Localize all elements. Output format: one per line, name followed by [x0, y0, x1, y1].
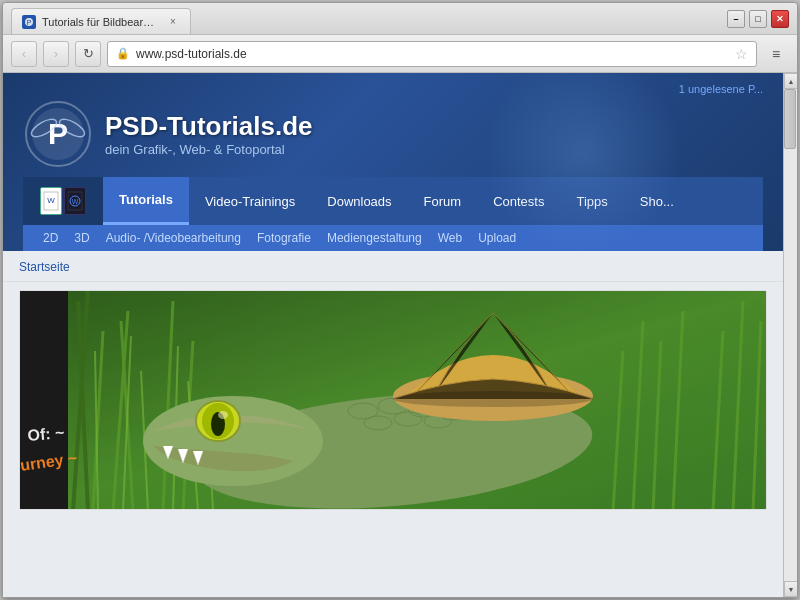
tab-close-button[interactable]: ×: [166, 15, 180, 29]
sub-nav-2d[interactable]: 2D: [43, 231, 58, 245]
notification-text: 1 ungelesene P...: [679, 83, 763, 95]
browser-tab[interactable]: P Tutorials für Bildbearbeitu ×: [11, 8, 191, 34]
sub-navigation: 2D 3D Audio- /Videobearbeitung Fotografi…: [23, 225, 763, 251]
svg-text:W: W: [47, 196, 55, 205]
sub-nav-3d[interactable]: 3D: [74, 231, 89, 245]
nav-items: Tutorials Video-Trainings Downloads Foru…: [103, 177, 690, 225]
sub-nav-audio-video[interactable]: Audio- /Videobearbeitung: [106, 231, 241, 245]
nav-item-forum[interactable]: Forum: [408, 177, 478, 225]
breadcrumb-startseite[interactable]: Startseite: [19, 260, 70, 274]
nav-item-shop[interactable]: Sho...: [624, 177, 690, 225]
svg-point-38: [218, 411, 228, 419]
breadcrumb-bar: Startseite: [3, 251, 783, 282]
vertical-scrollbar: ▲ ▼: [783, 73, 797, 597]
site-title: PSD-Tutorials.de: [105, 111, 313, 142]
tab-favicon: P: [22, 15, 36, 29]
title-bar: P Tutorials für Bildbearbeitu × – □ ✕: [3, 3, 797, 35]
scroll-down-button[interactable]: ▼: [784, 581, 797, 597]
site-subtitle: dein Grafik-, Web- & Fotoportal: [105, 142, 313, 157]
svg-rect-13: [20, 291, 68, 510]
sub-nav-upload[interactable]: Upload: [478, 231, 516, 245]
content-body: Of: ~ urney ~: [19, 290, 767, 510]
svg-text:P: P: [48, 117, 68, 150]
vertical-scroll-track[interactable]: [784, 89, 797, 581]
hero-svg: Of: ~ urney ~: [20, 291, 766, 510]
navigation-bar: ‹ › ↻ 🔒 www.psd-tutorials.de ☆ ≡: [3, 35, 797, 73]
svg-text:Of: ~: Of: ~: [27, 424, 65, 444]
window-controls: – □ ✕: [727, 10, 789, 28]
url-text: www.psd-tutorials.de: [136, 47, 729, 61]
nav-mini-icon-1: W: [40, 187, 62, 215]
sub-nav-web[interactable]: Web: [438, 231, 462, 245]
svg-text:W: W: [72, 198, 79, 205]
scroll-up-button[interactable]: ▲: [784, 73, 797, 89]
nav-item-tutorials[interactable]: Tutorials: [103, 177, 189, 225]
forward-button[interactable]: ›: [43, 41, 69, 67]
svg-point-47: [393, 391, 593, 407]
nav-icon-area: W W: [23, 177, 103, 225]
address-bar[interactable]: 🔒 www.psd-tutorials.de ☆: [107, 41, 757, 67]
sub-nav-mediengestaltung[interactable]: Mediengestaltung: [327, 231, 422, 245]
header-content: P PSD-Tutorials.de dein Grafik-, Web- & …: [23, 99, 763, 177]
tab-title: Tutorials für Bildbearbeitu: [42, 16, 160, 28]
svg-text:P: P: [27, 19, 32, 26]
hero-image: Of: ~ urney ~: [20, 291, 766, 510]
nav-item-video-trainings[interactable]: Video-Trainings: [189, 177, 311, 225]
main-navigation: W W: [23, 177, 763, 225]
site-header: 1 ungelesene P... P: [3, 73, 783, 251]
browser-content: 1 ungelesene P... P: [3, 73, 783, 597]
notification-bar: 1 ungelesene P...: [23, 83, 763, 99]
address-icon: 🔒: [116, 47, 130, 60]
reload-button[interactable]: ↻: [75, 41, 101, 67]
browser-content-area: 1 ungelesene P... P: [3, 73, 797, 597]
browser-menu-button[interactable]: ≡: [763, 41, 789, 67]
website: 1 ungelesene P... P: [3, 73, 783, 597]
tab-area: P Tutorials für Bildbearbeitu ×: [11, 3, 719, 34]
nav-item-tipps[interactable]: Tipps: [560, 177, 623, 225]
nav-item-contests[interactable]: Contests: [477, 177, 560, 225]
sub-nav-fotografie[interactable]: Fotografie: [257, 231, 311, 245]
site-logo: P: [23, 99, 93, 169]
nav-mini-icon-2: W: [64, 187, 86, 215]
vertical-scroll-thumb[interactable]: [784, 89, 796, 149]
maximize-button[interactable]: □: [749, 10, 767, 28]
close-button[interactable]: ✕: [771, 10, 789, 28]
nav-item-downloads[interactable]: Downloads: [311, 177, 407, 225]
bookmark-star-button[interactable]: ☆: [735, 46, 748, 62]
site-title-area: PSD-Tutorials.de dein Grafik-, Web- & Fo…: [105, 111, 313, 157]
browser-window: P Tutorials für Bildbearbeitu × – □ ✕ ‹ …: [2, 2, 798, 598]
back-button[interactable]: ‹: [11, 41, 37, 67]
minimize-button[interactable]: –: [727, 10, 745, 28]
